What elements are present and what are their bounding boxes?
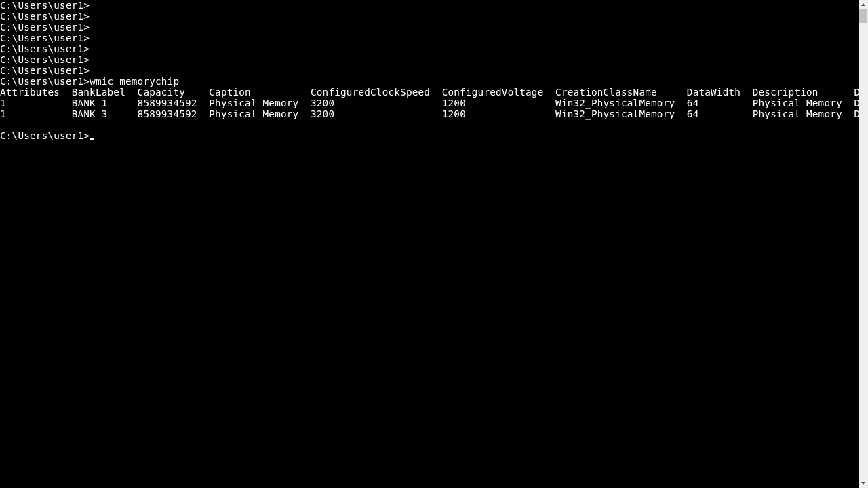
scroll-up-button[interactable] <box>859 0 868 9</box>
wmic-data-row: 1 BANK 1 8589934592 Physical Memory 3200… <box>0 98 859 108</box>
scroll-down-button[interactable] <box>859 479 868 488</box>
prompt-line: C:\Users\user1> <box>0 33 90 43</box>
prompt-line: C:\Users\user1> <box>0 43 90 54</box>
prompt-line: C:\Users\user1> <box>0 0 90 11</box>
prompt-line: C:\Users\user1> <box>0 22 90 33</box>
terminal-output: C:\Users\user1> C:\Users\user1> C:\Users… <box>0 0 859 141</box>
terminal-viewport[interactable]: C:\Users\user1> C:\Users\user1> C:\Users… <box>0 0 859 488</box>
current-prompt[interactable]: C:\Users\user1> <box>0 130 94 141</box>
prompt-line: C:\Users\user1> <box>0 65 90 76</box>
prompt-line: C:\Users\user1> <box>0 54 90 65</box>
command-line: C:\Users\user1>wmic memorychip <box>0 76 179 87</box>
cursor-icon <box>90 138 94 140</box>
wmic-header-row: Attributes BankLabel Capacity Caption Co… <box>0 87 859 98</box>
wmic-data-row: 1 BANK 3 8589934592 Physical Memory 3200… <box>0 108 859 119</box>
vertical-scrollbar[interactable] <box>859 0 868 488</box>
prompt-line: C:\Users\user1> <box>0 11 90 22</box>
scroll-thumb[interactable] <box>859 9 867 23</box>
